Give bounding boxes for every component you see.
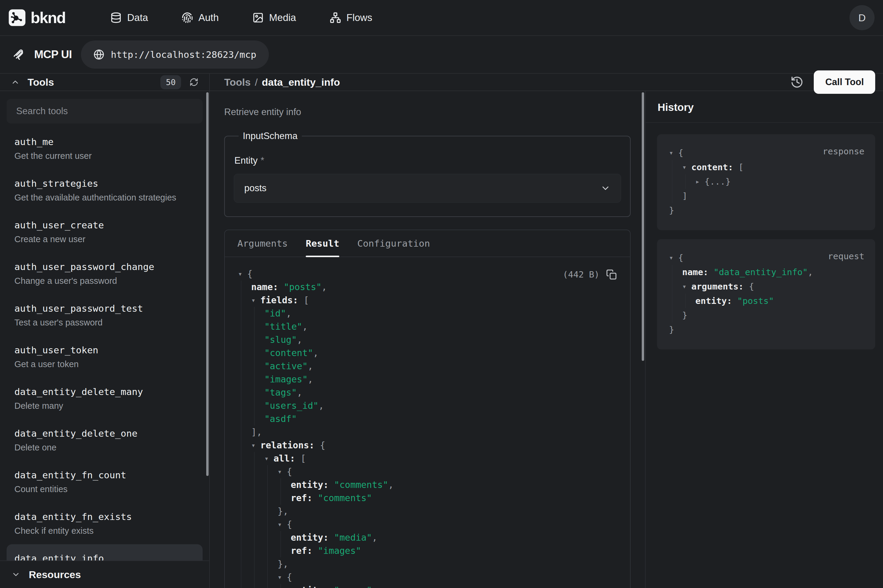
tool-list-item[interactable]: data_entity_fn_existsCheck if entity exi… — [7, 502, 202, 544]
nav-item-media[interactable]: Media — [252, 12, 296, 23]
json-string-value: "id" — [264, 307, 286, 320]
required-marker: * — [261, 155, 264, 166]
json-string-value: "content" — [264, 346, 313, 360]
json-punctuation: } — [682, 308, 687, 322]
tab-configuration[interactable]: Configuration — [357, 230, 430, 256]
tool-detail-header: Tools / data_entity_info Call Tool — [210, 74, 883, 91]
indent-guide — [254, 584, 255, 588]
chevron-up-icon[interactable] — [11, 78, 20, 87]
indent-guide — [280, 544, 281, 557]
tool-list-item[interactable]: auth_user_password_changeChange a user's… — [7, 253, 202, 294]
tab-arguments[interactable]: Arguments — [237, 230, 288, 256]
tool-list-item[interactable]: data_entity_infoRetrieve entity info — [7, 544, 202, 560]
mcp-title: MCP UI — [34, 48, 72, 61]
json-punctuation: { — [678, 146, 683, 160]
json-line: } — [669, 322, 864, 337]
json-string-value: "comments" — [318, 492, 372, 505]
json-line: ref: "images" — [238, 544, 618, 557]
expand-toggle-icon[interactable]: ▸ — [696, 174, 700, 189]
collapse-toggle-icon[interactable]: ▾ — [277, 465, 282, 478]
mcp-logo-icon — [12, 48, 25, 61]
collapse-toggle-icon[interactable]: ▾ — [277, 518, 282, 531]
json-key: entity: — [696, 294, 737, 308]
collapse-toggle-icon[interactable]: ▾ — [669, 250, 673, 265]
json-string-value: "comments" — [334, 478, 388, 492]
indent-guide — [672, 265, 672, 279]
json-line: "tags", — [238, 386, 618, 399]
tool-list-item[interactable]: data_entity_delete_manyDelete many — [7, 378, 202, 419]
indent-guide — [280, 478, 281, 492]
json-line: ▾{ — [669, 250, 864, 265]
tool-list-item[interactable]: auth_user_password_testTest a user's pas… — [7, 294, 202, 336]
json-punctuation: [ — [739, 160, 744, 174]
json-punctuation: , — [372, 584, 377, 588]
user-avatar[interactable]: D — [849, 5, 875, 30]
tool-list-item[interactable]: auth_strategiesGet the available authent… — [7, 170, 202, 211]
tool-list-item[interactable]: auth_user_tokenGet a user token — [7, 336, 202, 378]
collapse-toggle-icon[interactable]: ▾ — [251, 439, 255, 452]
tool-description: Get a user token — [14, 359, 195, 369]
history-entry-card[interactable]: request▾{name: "data_entity_info",▾argum… — [657, 239, 875, 350]
nav-item-flows[interactable]: Flows — [330, 12, 372, 23]
collapse-toggle-icon[interactable]: ▾ — [669, 146, 673, 160]
entity-select[interactable]: posts — [234, 174, 621, 202]
avatar-initial: D — [858, 12, 866, 24]
tool-list-item[interactable]: auth_user_createCreate a new user — [7, 211, 202, 253]
indent-guide — [672, 174, 672, 189]
collapse-toggle-icon[interactable]: ▾ — [277, 571, 282, 584]
json-line: entity: "media", — [238, 531, 618, 544]
breadcrumb-section[interactable]: Tools — [224, 76, 250, 88]
database-icon — [110, 12, 122, 23]
nav-item-data[interactable]: Data — [110, 12, 148, 23]
collapse-toggle-icon[interactable]: ▾ — [682, 160, 687, 174]
indent-guide — [267, 557, 268, 571]
call-tool-button[interactable]: Call Tool — [814, 70, 875, 94]
json-key: all: — [273, 452, 300, 465]
collapse-toggle-icon[interactable]: ▾ — [264, 452, 268, 465]
json-punctuation: , — [808, 265, 813, 279]
tool-list-item[interactable]: data_entity_delete_oneDelete one — [7, 419, 202, 461]
main-scrollbar-thumb[interactable] — [642, 92, 644, 361]
json-punctuation: , — [297, 386, 302, 399]
collapse-toggle-icon[interactable]: ▾ — [251, 294, 255, 307]
indent-guide — [280, 584, 281, 588]
search-input[interactable] — [7, 99, 202, 123]
mcp-url: http://localhost:28623/mcp — [111, 49, 256, 60]
indent-guide — [267, 544, 268, 557]
indent-guide — [254, 518, 255, 531]
collapse-toggle-icon[interactable]: ▾ — [238, 267, 242, 280]
indent-guide — [241, 294, 241, 307]
indent-guide — [267, 571, 268, 584]
collapse-toggle-icon[interactable]: ▾ — [682, 279, 687, 294]
history-clock-icon[interactable] — [790, 75, 804, 89]
tab-result[interactable]: Result — [306, 230, 339, 256]
tool-list-item[interactable]: auth_meGet the current user — [7, 128, 202, 170]
indent-guide — [254, 333, 255, 346]
breadcrumb-tool-name: data_entity_info — [262, 76, 340, 88]
json-string-value: "slug" — [264, 333, 297, 346]
json-line: ▾{ — [669, 146, 864, 160]
mcp-url-pill[interactable]: http://localhost:28623/mcp — [81, 40, 269, 69]
refresh-icon[interactable] — [189, 78, 198, 87]
sidebar-scrollbar-thumb[interactable] — [206, 92, 208, 476]
json-string-value: "data_entity_info" — [714, 265, 808, 279]
json-line: "active", — [238, 360, 618, 373]
resources-section-header[interactable]: Resources — [0, 560, 209, 588]
indent-guide — [267, 518, 268, 531]
workspace: Tools 50 auth_meGet the current userauth… — [0, 74, 883, 588]
resources-section-title: Resources — [29, 569, 81, 580]
history-entry-card[interactable]: response▾{▾content: [▸{...}]} — [657, 134, 875, 230]
nav-item-auth[interactable]: Auth — [181, 12, 219, 23]
json-punctuation: } — [669, 322, 674, 337]
json-string-value: "users" — [334, 584, 372, 588]
indent-guide — [254, 307, 255, 320]
json-line: name: "posts", — [238, 280, 618, 294]
chevron-down-icon — [11, 570, 20, 579]
tool-list-item[interactable]: data_entity_fn_countCount entities — [7, 461, 202, 502]
indent-guide — [254, 399, 255, 412]
bknd-logo[interactable]: bknd — [8, 9, 65, 27]
chevron-down-icon — [600, 183, 610, 193]
json-string-value: "title" — [264, 320, 302, 333]
indent-guide — [267, 478, 268, 492]
bknd-logo-icon — [8, 9, 26, 26]
